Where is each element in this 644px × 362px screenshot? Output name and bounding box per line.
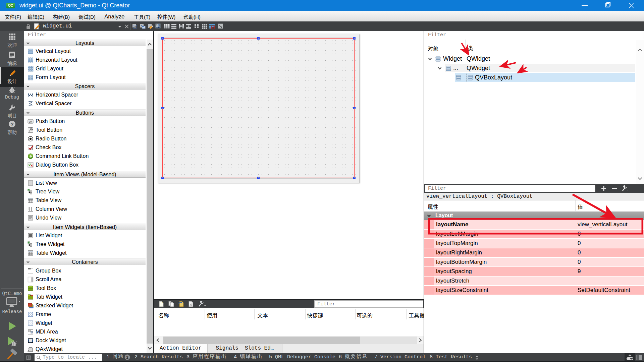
svg-text:?: ? [10,121,13,127]
svg-text:123: 123 [156,24,160,26]
svg-text:OK: OK [29,121,32,123]
svg-text:2: 2 [126,355,128,359]
